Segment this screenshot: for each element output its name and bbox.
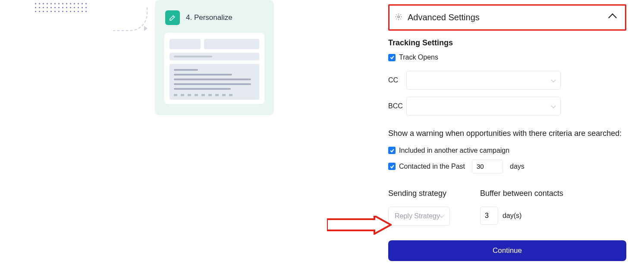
bcc-label: BCC [388,102,406,110]
sending-strategy-col: Sending strategy Reply Strategy [388,189,450,226]
settings-panel: Advanced Settings Tracking Settings Trac… [388,4,626,261]
advanced-settings-title: Advanced Settings [408,13,480,22]
buffer-col: Buffer between contacts day(s) [480,189,563,225]
chevron-down-icon [439,213,444,218]
step-card-personalize: 4. Personalize [155,0,274,115]
placeholder-block [170,53,259,60]
toolbar-placeholder [174,94,255,96]
tracking-heading: Tracking Settings [388,38,626,47]
decorative-arrowhead [144,26,148,31]
buffer-label: Buffer between contacts [480,189,563,198]
placeholder-block [170,39,201,49]
svg-point-0 [398,16,400,18]
bcc-select[interactable] [406,97,561,116]
placeholder-block [204,39,259,49]
placeholder-body [170,64,259,100]
decorative-dashed-line [113,7,148,31]
sending-strategy-placeholder: Reply Strategy [395,212,440,220]
contacted-past-checkbox[interactable] [388,163,396,170]
chevron-up-icon [608,13,617,22]
continue-button[interactable]: Continue [388,240,626,261]
decorative-dots [34,2,88,13]
chevron-down-icon [551,103,556,108]
sending-strategy-select[interactable]: Reply Strategy [388,207,450,226]
contacted-past-input[interactable] [472,160,503,173]
contacted-past-prefix: Contacted in the Past [399,163,465,170]
included-campaign-label: Included in another active campaign [399,147,509,154]
cc-select[interactable] [406,71,561,90]
svg-marker-1 [327,216,391,234]
sending-strategy-label: Sending strategy [388,189,450,198]
warning-text: Show a warning when opportunities with t… [388,128,626,140]
edit-icon [165,10,180,25]
track-opens-label: Track Opens [399,54,438,61]
bcc-row: BCC [388,97,626,116]
contacted-past-row: Contacted in the Past days [388,160,626,173]
gear-icon [395,13,402,22]
track-opens-row: Track Opens [388,54,626,61]
cc-row: CC [388,71,626,90]
buffer-unit: day(s) [503,212,521,220]
included-campaign-row: Included in another active campaign [388,147,626,154]
advanced-settings-toggle[interactable]: Advanced Settings [388,4,626,31]
buffer-input[interactable] [480,207,498,225]
included-campaign-checkbox[interactable] [388,147,396,154]
editor-mock [164,33,264,104]
step-title: 4. Personalize [186,13,232,22]
track-opens-checkbox[interactable] [388,54,396,61]
cc-label: CC [388,76,406,84]
annotation-arrow [327,216,392,235]
contacted-past-suffix: days [510,163,525,170]
step-header: 4. Personalize [164,10,264,25]
chevron-down-icon [551,77,556,82]
